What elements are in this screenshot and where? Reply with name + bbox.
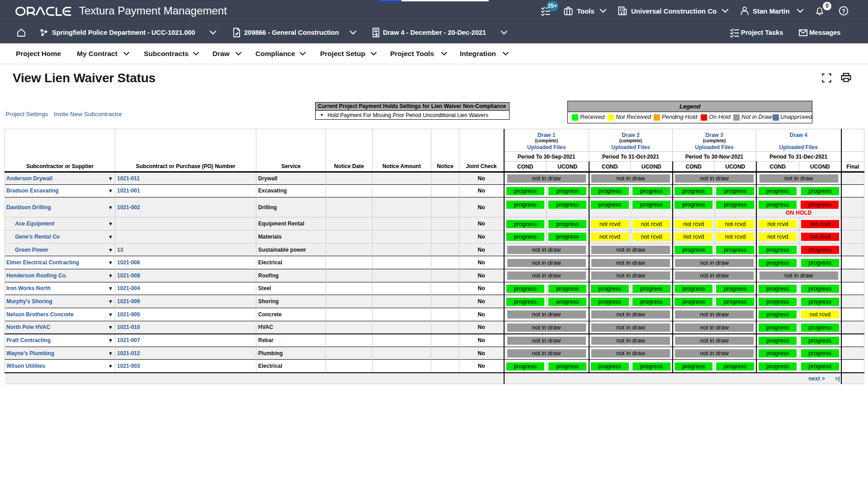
- svg-text:?: ?: [842, 8, 845, 14]
